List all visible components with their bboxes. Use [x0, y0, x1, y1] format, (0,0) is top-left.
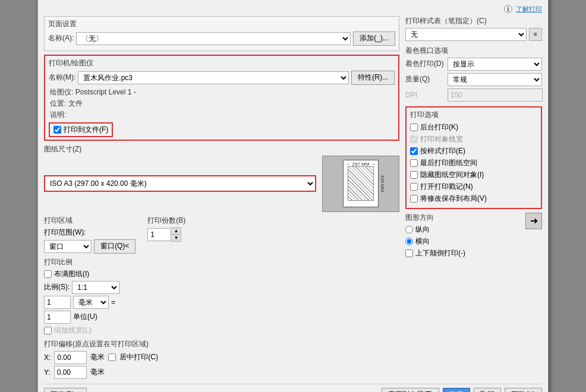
print-range-select[interactable]: 窗口 [44, 240, 92, 253]
unit1-select[interactable]: 毫米 [73, 296, 109, 309]
print-scale-section: 打印比例 布满图纸(I) 比例(S): 1:1 毫米 [44, 257, 399, 336]
info-icon: ℹ [504, 5, 512, 13]
option-checkbox-1 [410, 135, 418, 143]
fit-label[interactable]: 布满图纸(I) [54, 269, 89, 279]
paper-size-section: 图纸尺寸(Z) ISO A3 (297.00 x 420.00 毫米) ← 29… [44, 144, 399, 212]
print-count-section: 打印份数(B) ▲ ▼ [147, 216, 185, 254]
option-row-0: 后台打印(K) [410, 122, 537, 132]
paper-size-select[interactable]: ISO A3 (297.00 x 420.00 毫米) [45, 176, 315, 191]
option-checkbox-0[interactable] [410, 124, 418, 131]
portrait-label[interactable]: 纵向 [415, 225, 430, 235]
linewidth-label[interactable]: 缩放线宽(L) [54, 325, 92, 336]
description-label: 说明: [50, 110, 66, 119]
option-row-5: 打开打印戳记(N) [410, 182, 537, 192]
color-print-select[interactable]: 按显示 [448, 58, 542, 71]
option-label-6: 将修改保存到布局(V) [420, 194, 487, 204]
add-button[interactable]: 添加(_)... [353, 31, 395, 46]
window-button[interactable]: 窗口(Q)< [94, 239, 136, 254]
name-label: 名称(A): [48, 33, 74, 43]
apply-layout-button[interactable]: 应用到布局(T) [382, 388, 439, 393]
landscape-label[interactable]: 横向 [415, 236, 430, 246]
linewidth-checkbox[interactable] [44, 327, 52, 334]
print-range-label: 打印范围(W): [44, 228, 86, 236]
location-info: 位置: 文件 [49, 99, 395, 109]
reverse-checkbox[interactable] [405, 249, 413, 257]
option-row-3: 最后打印图纸空间 [410, 158, 537, 168]
ok-button[interactable]: 确定 [443, 388, 470, 393]
page-setup-select[interactable]: 〈无〉 [76, 32, 351, 45]
print-to-file-label[interactable]: 打印到文件(F) [64, 125, 108, 135]
x-input[interactable] [54, 351, 87, 364]
fit-checkbox[interactable] [44, 270, 52, 278]
plotter-value: Postscript Level 1 - [75, 88, 136, 96]
print-area-section: 打印区域 打印范围(W): 窗口 窗口(Q)< [44, 216, 136, 254]
orientation-section: 图形方向 纵向 横向 上下颠倒打印(-) [405, 213, 542, 260]
option-checkbox-6[interactable] [410, 195, 418, 203]
y-input[interactable] [54, 366, 87, 379]
print-style-list-icon[interactable]: ≡ [529, 28, 542, 41]
print-to-file-checkbox[interactable] [53, 126, 61, 134]
print-count-input[interactable] [147, 228, 171, 241]
color-viewport-section: 着色视口选项 着色打印(D) 按显示 质量(Q) 常规 D [405, 46, 542, 102]
option-row-6: 将修改保存到布局(V) [410, 194, 537, 204]
print-style-section: 打印样式表（笔指定）(C) 无 ≡ [405, 16, 542, 41]
properties-button[interactable]: 特性(R)... [351, 71, 395, 85]
print-offset-title: 打印偏移(原点设置在可打印区域) [44, 339, 399, 349]
area-count-row: 打印区域 打印范围(W): 窗口 窗口(Q)< 打印份数(B) [44, 216, 399, 254]
page-setup-title: 页面设置 [48, 19, 395, 29]
print-options-title: 打印选项 [410, 110, 537, 120]
option-label-0: 后台打印(K) [420, 122, 458, 132]
center-checkbox[interactable] [108, 353, 116, 361]
color-print-label: 着色打印(D) [405, 59, 444, 69]
help-button[interactable]: 帮助(H) [505, 388, 542, 393]
plotter-label: 绘图仪: [50, 88, 73, 96]
unit2-label: 单位(U) [73, 312, 97, 322]
landscape-radio[interactable] [405, 238, 413, 245]
portrait-radio[interactable] [405, 226, 413, 233]
preview-button[interactable]: 预览(P)... [44, 388, 87, 393]
scale-value1[interactable] [44, 296, 71, 309]
print-offset-section: 打印偏移(原点设置在可打印区域) X: 毫米 居中打印(C) Y: 毫米 [44, 339, 399, 379]
orientation-arrow[interactable]: ➜ [525, 213, 542, 229]
option-checkbox-5[interactable] [410, 183, 418, 191]
learn-print-link[interactable]: 了解打印 [516, 5, 542, 12]
location-value: 文件 [68, 99, 83, 108]
option-row-2: 按样式打印(E) [410, 146, 537, 156]
option-label-1: 打印对象线宽 [420, 134, 463, 144]
x-label: X: [44, 353, 51, 362]
cancel-button[interactable]: 取消 [474, 388, 501, 393]
reverse-label[interactable]: 上下颠倒打印(-) [415, 248, 465, 258]
preview-area: ← 297 MM → 420 MM [322, 156, 399, 212]
option-label-4: 隐藏图纸空间对象(I) [420, 170, 484, 180]
y-unit: 毫米 [90, 367, 105, 377]
print-style-select[interactable]: 无 [405, 28, 527, 41]
option-row-1: 打印对象线宽 [410, 134, 537, 144]
paper-size-title: 图纸尺寸(Z) [44, 144, 399, 154]
option-checkbox-3[interactable] [410, 159, 418, 167]
option-label-2: 按样式打印(E) [420, 146, 465, 156]
option-label-3: 最后打印图纸空间 [420, 158, 477, 168]
orientation-options: 图形方向 纵向 横向 上下颠倒打印(-) [405, 213, 522, 260]
count-down-button[interactable]: ▼ [171, 235, 181, 241]
preview-paper: ← 297 MM → 420 MM [343, 160, 379, 207]
scale-value2[interactable] [44, 311, 71, 324]
quality-select[interactable]: 常规 [448, 73, 542, 86]
top-link-row: ℹ 了解打印 [44, 5, 542, 14]
color-viewport-title: 着色视口选项 [405, 46, 542, 56]
count-up-button[interactable]: ▲ [171, 228, 181, 235]
print-style-title: 打印样式表（笔指定）(C) [405, 16, 542, 26]
print-to-file-row: 打印到文件(F) [49, 122, 113, 137]
option-label-5: 打开打印戳记(N) [420, 182, 473, 192]
location-label: 位置: [50, 99, 66, 108]
preview-hatching [348, 166, 374, 201]
preview-dim-h: ← 297 MM → [346, 162, 375, 167]
scale-label: 比例(S): [44, 282, 70, 292]
dpi-label: DPI [405, 91, 444, 99]
center-label[interactable]: 居中打印(C) [119, 352, 158, 362]
orientation-title: 图形方向 [405, 213, 522, 223]
y-label: Y: [44, 368, 51, 377]
option-checkbox-2[interactable] [410, 147, 418, 155]
scale-select[interactable]: 1:1 [72, 281, 119, 294]
option-checkbox-4[interactable] [410, 171, 418, 179]
printer-name-select[interactable]: 置木风作业.pc3 [78, 71, 349, 84]
